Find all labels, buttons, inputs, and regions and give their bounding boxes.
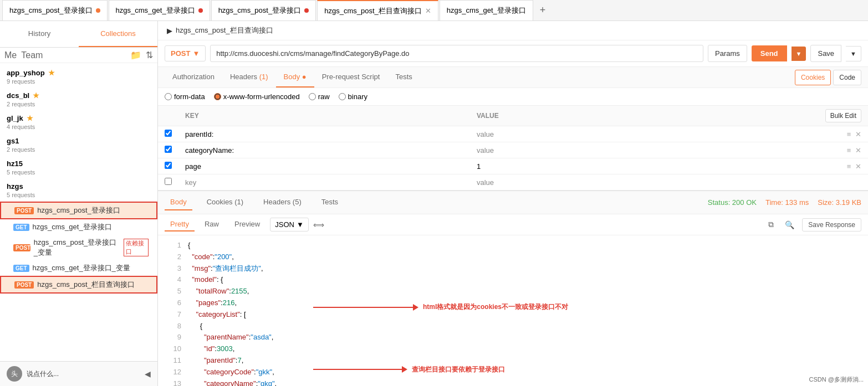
send-button[interactable]: Send bbox=[752, 45, 787, 61]
copy-icon[interactable]: ⧉ bbox=[765, 219, 777, 230]
json-line: 13 "categoryName": "gkg", bbox=[165, 378, 861, 386]
resp-tab-headers[interactable]: Headers (5) bbox=[258, 194, 307, 210]
tab-2[interactable]: hzgs_cms_get_登录接口 bbox=[109, 0, 210, 21]
value-cell[interactable]: 1 bbox=[470, 158, 636, 174]
status-info: Status: 200 OK Time: 133 ms Size: 3.19 K… bbox=[708, 198, 861, 207]
sidebar-tabs: History Collections bbox=[0, 21, 157, 48]
collection-gs1[interactable]: gs1 2 requests bbox=[0, 133, 157, 156]
row-delete-icon[interactable]: ✕ bbox=[855, 130, 861, 138]
tab-headers[interactable]: Headers (1) bbox=[222, 67, 276, 88]
bulk-edit-button[interactable]: Bulk Edit bbox=[825, 109, 861, 122]
row-menu-icon[interactable]: ≡ bbox=[847, 130, 851, 138]
star-icon: ★ bbox=[33, 91, 39, 100]
sidebar-item-hzgs-cms-post-login-var[interactable]: POST hzgs_cms_post_登录接口_变量 依赖接口 bbox=[0, 235, 157, 260]
dependency-label: 依赖接口 bbox=[124, 239, 149, 256]
method-badge-get: GET bbox=[13, 265, 29, 272]
send-dropdown-button[interactable]: ▼ bbox=[792, 47, 806, 61]
add-tab-button[interactable]: + bbox=[534, 4, 552, 16]
value-cell[interactable]: value bbox=[470, 126, 636, 142]
row-checkbox[interactable] bbox=[165, 146, 172, 153]
new-folder-icon[interactable]: 📁 bbox=[130, 50, 141, 60]
collection-gl-jk[interactable]: gl_jk ★ 4 requests bbox=[0, 111, 157, 133]
search-icon[interactable]: 🔍 bbox=[782, 219, 798, 230]
key-cell[interactable]: parentId: bbox=[178, 126, 470, 142]
tab-pre-request[interactable]: Pre-request Script bbox=[314, 67, 388, 88]
sidebar-item-hzgs-cms-post-login[interactable]: POST hzgs_cms_post_登录接口 bbox=[0, 202, 157, 219]
collection-hz15[interactable]: hz15 5 requests bbox=[0, 156, 157, 179]
table-row: parentId: value ≡ ✕ bbox=[158, 126, 868, 142]
row-checkbox[interactable] bbox=[165, 162, 172, 169]
method-badge-get: GET bbox=[13, 224, 29, 231]
url-input[interactable] bbox=[210, 45, 703, 62]
save-dropdown-button[interactable]: ▼ bbox=[846, 46, 861, 61]
value-cell[interactable]: value bbox=[470, 142, 636, 158]
tab-4[interactable]: hzgs_cms_post_栏目查询接口 ✕ bbox=[317, 0, 438, 21]
radio-binary[interactable]: binary bbox=[339, 92, 367, 101]
team-label[interactable]: Team bbox=[21, 50, 43, 60]
tab-tests[interactable]: Tests bbox=[387, 67, 420, 88]
key-cell[interactable]: page bbox=[178, 158, 470, 174]
key-cell[interactable]: categoryName: bbox=[178, 142, 470, 158]
radio-form-data[interactable]: form-data bbox=[165, 92, 205, 101]
status-size: Size: 3.19 KB bbox=[818, 198, 861, 207]
resp-tab-body[interactable]: Body bbox=[165, 194, 192, 210]
radio-x-www-form-urlencoded[interactable]: x-www-form-urlencoded bbox=[214, 92, 300, 101]
collection-dcs-bl[interactable]: dcs_bl ★ 2 requests bbox=[0, 88, 157, 111]
resp-format-pretty[interactable]: Pretty bbox=[165, 218, 195, 231]
tab-collections[interactable]: Collections bbox=[79, 21, 157, 47]
sort-icon[interactable]: ⇅ bbox=[146, 50, 153, 60]
col-key: KEY bbox=[178, 106, 470, 126]
json-viewer: 1{ 2 "code": "200", 3 "msg": "查询栏目成功", 4… bbox=[158, 235, 868, 386]
tab-5-label: hzgs_cms_get_登录接口 bbox=[447, 6, 526, 16]
row-checkbox[interactable] bbox=[165, 130, 172, 137]
sidebar-item-hzgs-cms-get-login[interactable]: GET hzgs_cms_get_登录接口 bbox=[0, 219, 157, 235]
method-select[interactable]: POST ▼ bbox=[165, 45, 206, 61]
row-delete-icon[interactable]: ✕ bbox=[855, 146, 861, 155]
sidebar-bottom-label: 说点什么... bbox=[27, 369, 140, 379]
star-icon: ★ bbox=[48, 69, 55, 77]
save-response-button[interactable]: Save Response bbox=[802, 218, 861, 231]
star-icon: ★ bbox=[27, 114, 33, 122]
key-cell[interactable]: key bbox=[178, 174, 470, 191]
json-line: 12 "categoryCode": "gkk", bbox=[165, 367, 861, 378]
collection-hzgs[interactable]: hzgs 5 requests bbox=[0, 179, 157, 202]
response-toolbar: Pretty Raw Preview JSON ▼ ⟺ ⧉ 🔍 Save Res… bbox=[158, 214, 868, 235]
tab-authorization[interactable]: Authorization bbox=[165, 67, 222, 88]
response-header: Body Cookies (1) Headers (5) Tests Statu… bbox=[158, 191, 868, 214]
row-menu-icon[interactable]: ≡ bbox=[847, 146, 851, 155]
params-button[interactable]: Params bbox=[708, 45, 747, 62]
tab-body[interactable]: Body ● bbox=[276, 67, 314, 88]
resp-tab-tests[interactable]: Tests bbox=[316, 194, 344, 210]
resp-format-preview[interactable]: Preview bbox=[229, 218, 265, 231]
cookies-button[interactable]: Cookies bbox=[795, 70, 831, 85]
status-time: Time: 133 ms bbox=[765, 198, 809, 207]
collection-app-yshop[interactable]: app_yshop ★ 9 requests bbox=[0, 65, 157, 88]
me-label[interactable]: Me bbox=[4, 50, 17, 60]
radio-raw[interactable]: raw bbox=[309, 92, 330, 101]
json-format-select[interactable]: JSON ▼ bbox=[270, 218, 309, 231]
method-label: POST bbox=[171, 49, 190, 58]
table-row: page 1 ≡ ✕ bbox=[158, 158, 868, 174]
row-checkbox[interactable] bbox=[165, 178, 172, 185]
json-line: 2 "code": "200", bbox=[165, 251, 861, 263]
save-button[interactable]: Save bbox=[810, 45, 841, 62]
tab-3-dot bbox=[304, 8, 309, 13]
tab-3[interactable]: hzgs_cms_post_登录接口 bbox=[211, 0, 316, 21]
code-button[interactable]: Code bbox=[833, 70, 861, 85]
row-delete-icon[interactable]: ✕ bbox=[855, 162, 861, 171]
wrap-icon[interactable]: ⟺ bbox=[313, 220, 324, 229]
tab-4-close[interactable]: ✕ bbox=[425, 7, 431, 15]
sidebar-item-hzgs-cms-post-category[interactable]: POST hzgs_cms_post_栏目查询接口 bbox=[0, 276, 157, 294]
tab-5[interactable]: hzgs_cms_get_登录接口 bbox=[440, 0, 533, 21]
breadcrumb-arrow: ▶ bbox=[167, 27, 172, 35]
row-menu-icon[interactable]: ≡ bbox=[847, 162, 851, 171]
avatar: 头 bbox=[7, 366, 22, 382]
resp-tab-cookies[interactable]: Cookies (1) bbox=[201, 194, 249, 210]
tab-history[interactable]: History bbox=[0, 21, 79, 47]
resp-format-raw[interactable]: Raw bbox=[199, 218, 224, 231]
collapse-sidebar-button[interactable]: ◀ bbox=[145, 369, 151, 378]
value-cell[interactable]: value bbox=[470, 174, 636, 191]
tab-1[interactable]: hzgs_cms_post_登录接口 bbox=[2, 0, 108, 21]
main-layout: History Collections Me Team 📁 ⇅ app_ysho… bbox=[0, 21, 868, 386]
sidebar-item-hzgs-cms-get-login-var[interactable]: GET hzgs_cms_get_登录接口_变量 bbox=[0, 260, 157, 276]
